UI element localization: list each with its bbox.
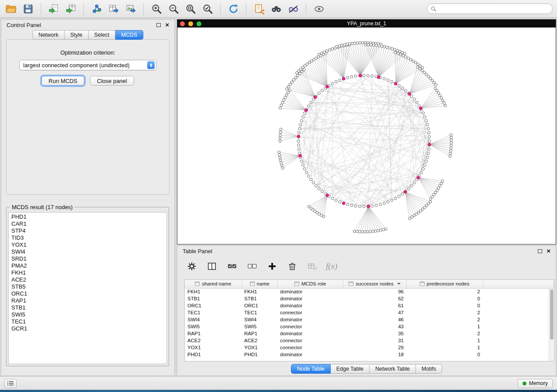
mcds-hub-node[interactable] xyxy=(298,154,301,157)
network-node[interactable] xyxy=(421,69,423,72)
network-node[interactable] xyxy=(339,200,341,203)
mcds-hub-node[interactable] xyxy=(394,82,397,85)
import-file-icon[interactable] xyxy=(47,2,60,15)
network-node[interactable] xyxy=(371,75,374,77)
network-node[interactable] xyxy=(279,140,281,142)
network-node[interactable] xyxy=(425,120,428,122)
network-node[interactable] xyxy=(338,45,341,47)
network-node[interactable] xyxy=(375,204,377,206)
network-node[interactable] xyxy=(379,229,382,231)
network-node[interactable] xyxy=(419,68,421,70)
mcds-hub-node[interactable] xyxy=(419,107,422,110)
network-node[interactable] xyxy=(429,198,432,200)
mcds-hub-node[interactable] xyxy=(297,135,300,138)
network-node[interactable] xyxy=(343,43,346,46)
delete-column-icon[interactable] xyxy=(286,260,299,273)
sort-caret-icon[interactable] xyxy=(397,283,401,285)
network-node[interactable] xyxy=(299,124,302,126)
run-mcds-button[interactable]: Run MCDS xyxy=(42,76,84,86)
search-field[interactable] xyxy=(427,3,553,14)
network-node[interactable] xyxy=(307,105,310,107)
network-node[interactable] xyxy=(423,116,426,118)
network-node[interactable] xyxy=(294,76,297,79)
network-node[interactable] xyxy=(279,156,281,159)
network-node[interactable] xyxy=(291,81,293,83)
network-node[interactable] xyxy=(281,101,284,104)
network-node[interactable] xyxy=(318,187,320,190)
network-node[interactable] xyxy=(405,89,407,92)
network-node[interactable] xyxy=(323,51,325,53)
network-node[interactable] xyxy=(280,164,283,167)
network-node[interactable] xyxy=(280,104,283,107)
network-node[interactable] xyxy=(437,92,440,94)
network-node[interactable] xyxy=(420,171,422,174)
network-node[interactable] xyxy=(308,205,310,208)
network-node[interactable] xyxy=(421,66,424,69)
result-item[interactable]: GCR1 xyxy=(11,325,166,332)
network-node[interactable] xyxy=(405,55,407,58)
network-node[interactable] xyxy=(375,44,377,47)
network-node[interactable] xyxy=(410,185,413,187)
table-row[interactable]: SWI4SWI4dominator462 xyxy=(185,316,554,323)
export-network-icon[interactable] xyxy=(90,2,103,15)
network-node[interactable] xyxy=(408,217,411,220)
network-node[interactable] xyxy=(363,74,365,77)
save-icon[interactable] xyxy=(21,2,35,15)
network-graph[interactable] xyxy=(177,28,556,244)
search-network-icon[interactable] xyxy=(270,2,283,15)
mcds-hub-node[interactable] xyxy=(377,76,380,79)
network-node[interactable] xyxy=(423,164,426,166)
network-node[interactable] xyxy=(366,230,369,233)
network-node[interactable] xyxy=(428,148,430,151)
tab-network[interactable]: Network xyxy=(32,30,65,40)
network-node[interactable] xyxy=(434,87,436,89)
network-node[interactable] xyxy=(439,94,441,97)
network-node[interactable] xyxy=(450,147,452,150)
network-node[interactable] xyxy=(381,45,383,48)
result-item[interactable]: ORC1 xyxy=(11,290,166,297)
network-node[interactable] xyxy=(387,79,389,82)
network-node[interactable] xyxy=(372,230,374,233)
result-item[interactable]: STP4 xyxy=(11,227,166,234)
network-node[interactable] xyxy=(284,96,287,99)
network-node[interactable] xyxy=(363,205,365,208)
select-all-icon[interactable] xyxy=(225,260,239,273)
network-node[interactable] xyxy=(410,95,413,97)
network-node[interactable] xyxy=(288,89,291,91)
network-node[interactable] xyxy=(374,230,377,232)
network-node[interactable] xyxy=(398,195,400,198)
network-node[interactable] xyxy=(279,159,282,162)
mcds-hub-node[interactable] xyxy=(359,74,362,77)
network-node[interactable] xyxy=(414,61,417,64)
network-node[interactable] xyxy=(285,88,288,90)
network-node[interactable] xyxy=(429,77,432,80)
network-node[interactable] xyxy=(298,72,301,75)
network-node[interactable] xyxy=(433,81,436,84)
network-node[interactable] xyxy=(350,76,353,78)
network-node[interactable] xyxy=(371,205,374,207)
network-node[interactable] xyxy=(422,112,425,114)
network-node[interactable] xyxy=(449,152,452,155)
network-node[interactable] xyxy=(383,77,385,80)
network-node[interactable] xyxy=(278,151,280,154)
task-history-button[interactable] xyxy=(4,379,17,388)
mcds-hub-node[interactable] xyxy=(342,202,345,205)
network-node[interactable] xyxy=(297,144,300,146)
network-node[interactable] xyxy=(298,148,300,151)
mcds-result-list[interactable]: PHD1CAR1STP4TID3YOX1SWI4SRD1PMA2FKH1ACE2… xyxy=(8,212,167,364)
column-header-MCDS-role[interactable]: MCDS role xyxy=(277,280,343,288)
result-item[interactable]: SRD1 xyxy=(11,255,166,262)
close-panel-icon[interactable]: × xyxy=(165,23,169,27)
result-item[interactable]: STB1 xyxy=(11,304,166,311)
share-document-icon[interactable] xyxy=(253,2,266,15)
result-item[interactable]: STB5 xyxy=(11,283,166,290)
column-header-predecessor-nodes[interactable]: predecessor nodes xyxy=(406,280,483,288)
criterion-select[interactable]: largest connected component (undirected) xyxy=(19,60,156,70)
result-item[interactable]: ACE2 xyxy=(11,276,166,283)
network-node[interactable] xyxy=(305,171,308,174)
network-node[interactable] xyxy=(346,76,349,79)
network-node[interactable] xyxy=(287,85,290,88)
network-node[interactable] xyxy=(391,80,393,83)
network-node[interactable] xyxy=(298,127,301,130)
deselect-all-icon[interactable] xyxy=(246,260,259,273)
